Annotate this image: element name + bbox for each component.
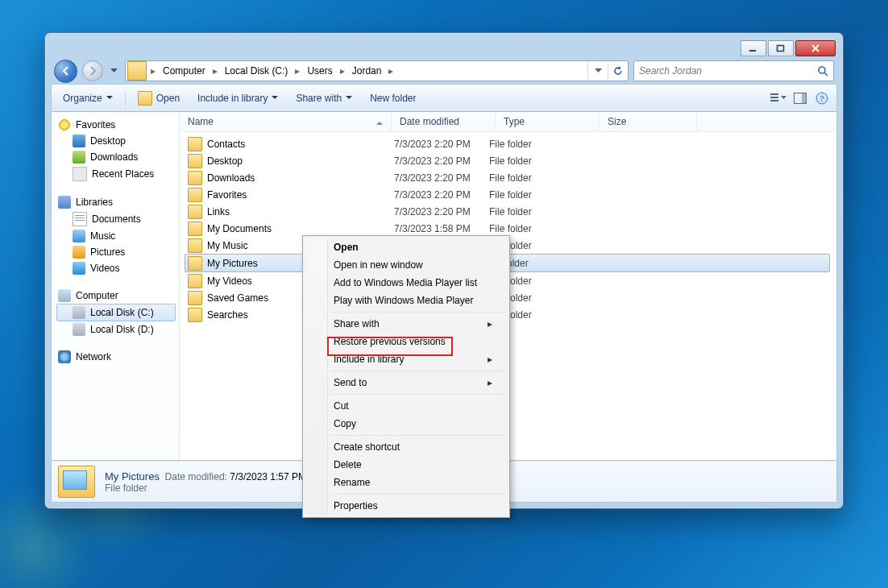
nav-downloads[interactable]: Downloads: [56, 149, 179, 165]
ctx-add-wmp-list[interactable]: Add to Windows Media Player list: [305, 274, 507, 292]
nav-videos[interactable]: Videos: [56, 260, 179, 276]
breadcrumb-users[interactable]: Users: [302, 61, 337, 81]
svg-rect-7: [802, 93, 806, 103]
open-button[interactable]: Open: [131, 89, 186, 108]
file-date: 7/3/2023 2:20 PM: [394, 139, 489, 150]
file-type: File folder: [489, 206, 584, 217]
chevron-right-icon[interactable]: ▸: [210, 61, 220, 81]
chevron-right-icon[interactable]: ▸: [293, 61, 302, 81]
file-row[interactable]: Downloads7/3/2023 2:20 PMFile folder: [181, 169, 835, 186]
minimize-button[interactable]: [741, 40, 766, 56]
file-row[interactable]: Favorites7/3/2023 2:20 PMFile folder: [181, 186, 835, 203]
column-headers[interactable]: Name Date modified Type Size: [180, 112, 836, 132]
search-icon[interactable]: [817, 65, 828, 77]
search-placeholder: Search Jordan: [639, 65, 702, 77]
breadcrumb-disk[interactable]: Local Disk (C:): [220, 61, 293, 81]
ctx-open-new-window[interactable]: Open in new window: [305, 256, 507, 274]
view-options-button[interactable]: [769, 89, 788, 107]
ctx-properties[interactable]: Properties: [305, 497, 507, 515]
new-folder-button[interactable]: New folder: [363, 90, 422, 106]
organize-button[interactable]: Organize: [56, 90, 119, 106]
chevron-right-icon[interactable]: ▸: [148, 61, 158, 81]
folder-icon: [188, 274, 202, 288]
file-date: 7/3/2023 1:58 PM: [394, 223, 489, 234]
svg-rect-3: [770, 93, 778, 95]
ctx-cut[interactable]: Cut: [305, 397, 507, 415]
folder-icon: [188, 154, 202, 168]
ctx-share-with[interactable]: Share with▸: [305, 315, 507, 333]
separator: [331, 435, 505, 436]
nav-network[interactable]: Network: [56, 349, 179, 365]
file-type: File folder: [489, 172, 584, 184]
address-bar: ▸ Computer ▸ Local Disk (C:) ▸ Users ▸ J…: [51, 58, 837, 84]
folder-icon: [188, 171, 202, 185]
ctx-send-to[interactable]: Send to▸: [305, 374, 507, 391]
file-date: 7/3/2023 2:20 PM: [394, 206, 489, 217]
help-button[interactable]: ?: [812, 89, 832, 107]
file-row[interactable]: Desktop7/3/2023 2:20 PMFile folder: [181, 152, 835, 169]
col-size[interactable]: Size: [600, 112, 697, 131]
chevron-right-icon[interactable]: ▸: [338, 61, 347, 81]
ctx-play-wmp[interactable]: Play with Windows Media Player: [305, 292, 507, 309]
disk-icon: [73, 306, 85, 319]
address-dropdown[interactable]: [587, 62, 608, 80]
nav-recent-places[interactable]: Recent Places: [56, 165, 179, 183]
ctx-rename[interactable]: Rename: [305, 474, 507, 491]
ctx-copy[interactable]: Copy: [305, 415, 507, 433]
folder-icon: [188, 188, 202, 202]
chevron-right-icon[interactable]: ▸: [386, 61, 396, 81]
ctx-restore-previous-versions[interactable]: Restore previous versions: [305, 333, 507, 350]
refresh-button[interactable]: [608, 62, 628, 80]
col-name[interactable]: Name: [180, 112, 392, 131]
history-dropdown[interactable]: [108, 60, 120, 82]
separator: [331, 312, 505, 313]
address-box[interactable]: ▸ Computer ▸ Local Disk (C:) ▸ Users ▸ J…: [125, 60, 629, 81]
nav-favorites[interactable]: Favorites: [56, 117, 179, 133]
file-type: File folder: [489, 155, 584, 167]
file-date: 7/3/2023 2:20 PM: [394, 155, 489, 167]
file-name: Desktop: [207, 155, 394, 167]
col-date[interactable]: Date modified: [392, 112, 496, 131]
share-with-button[interactable]: Share with: [289, 90, 359, 106]
window-titlebar[interactable]: [51, 39, 837, 58]
submenu-arrow-icon: ▸: [488, 377, 492, 388]
file-date: 7/3/2023 2:20 PM: [394, 189, 489, 201]
nav-libraries[interactable]: Libraries: [56, 194, 179, 210]
search-input[interactable]: Search Jordan: [633, 60, 834, 81]
file-type: File folder: [489, 139, 584, 150]
breadcrumb-jordan[interactable]: Jordan: [347, 61, 387, 81]
preview-pane-button[interactable]: [790, 89, 810, 107]
file-row[interactable]: Links7/3/2023 2:20 PMFile folder: [181, 203, 835, 220]
maximize-button[interactable]: [768, 40, 794, 56]
file-row[interactable]: My Documents7/3/2023 1:58 PMFile folder: [181, 220, 835, 237]
svg-rect-1: [778, 46, 784, 52]
col-type[interactable]: Type: [496, 112, 600, 131]
folder-icon: [188, 222, 202, 236]
file-type: File folder: [489, 223, 584, 234]
svg-text:?: ?: [820, 93, 824, 103]
disk-icon: [73, 323, 85, 336]
nav-local-disk-c[interactable]: Local Disk (C:): [56, 304, 176, 321]
nav-desktop[interactable]: Desktop: [56, 133, 179, 149]
navigation-pane[interactable]: Favorites Desktop Downloads Recent Place…: [52, 112, 180, 460]
breadcrumb-computer[interactable]: Computer: [158, 61, 210, 81]
nav-computer[interactable]: Computer: [56, 288, 179, 304]
file-row[interactable]: Contacts7/3/2023 2:20 PMFile folder: [181, 135, 835, 152]
ctx-create-shortcut[interactable]: Create shortcut: [305, 438, 507, 456]
ctx-include-in-library[interactable]: Include in library▸: [305, 350, 507, 368]
context-menu: Open Open in new window Add to Windows M…: [302, 235, 510, 518]
folder-icon: [188, 205, 202, 219]
forward-button[interactable]: [82, 60, 103, 81]
ctx-open[interactable]: Open: [305, 238, 507, 256]
nav-documents[interactable]: Documents: [56, 210, 179, 228]
close-button[interactable]: [795, 40, 836, 56]
pictures-icon: [73, 246, 85, 259]
svg-rect-5: [770, 100, 778, 101]
back-button[interactable]: [54, 60, 77, 83]
nav-pictures[interactable]: Pictures: [56, 244, 179, 260]
pictures-folder-icon: [58, 466, 95, 498]
nav-music[interactable]: Music: [56, 228, 179, 244]
include-in-library-button[interactable]: Include in library: [191, 90, 284, 106]
ctx-delete[interactable]: Delete: [305, 456, 507, 474]
nav-local-disk-d[interactable]: Local Disk (D:): [56, 321, 179, 337]
